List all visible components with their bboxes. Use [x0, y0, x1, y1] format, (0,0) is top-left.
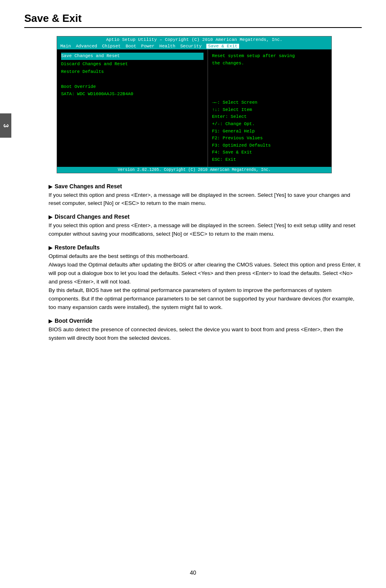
menu-power: Power [141, 44, 155, 49]
bios-screenshot: Aptio Setup Utility – Copyright (C) 2010… [57, 36, 332, 173]
section-discard-changes-reset: Discard Changes and Reset If you select … [24, 213, 362, 239]
menu-health: Health [159, 44, 176, 49]
section-boot-override-body: BIOS auto detect the presence of connect… [49, 326, 362, 343]
page-number: 40 [190, 569, 196, 576]
section-boot-override: Boot Override BIOS auto detect the prese… [24, 317, 362, 343]
bios-item-sata: SATA: WDC WD1600AAJS-22B4A0 [61, 91, 204, 98]
bios-titlebar: Aptio Setup Utility – Copyright (C) 2010… [57, 36, 331, 43]
menu-advanced: Advanced [76, 44, 97, 49]
bios-item-discard-reset: Discard Changes and Reset [61, 61, 204, 68]
bios-left-panel: Save Changes and Reset Discard Changes a… [57, 49, 208, 167]
section-restore-defaults-header: Restore Defaults [49, 244, 362, 251]
menu-security: Security [180, 44, 201, 49]
section-discard-changes-reset-body: If you select this option and press <Ent… [49, 222, 362, 239]
section-save-changes-reset-header: Save Changes and Reset [49, 183, 362, 190]
section-save-changes-reset-body: If you select this option and press <Ent… [49, 191, 362, 208]
section-restore-defaults-body: Optimal defaults are the best settings o… [49, 252, 362, 311]
bios-key-legend: →←: Select Screen ↑↓: Select Item Enter:… [212, 99, 327, 163]
menu-main: Main [60, 44, 71, 49]
bios-menubar: Main Advanced Chipset Boot Power Health … [57, 43, 331, 49]
section-save-changes-reset: Save Changes and Reset If you select thi… [24, 183, 362, 208]
bios-boot-override-label: Boot Override [61, 84, 96, 89]
bios-right-panel: Reset system setup after savingthe chang… [208, 49, 331, 167]
menu-chipset: Chipset [102, 44, 121, 49]
bios-item-save-reset: Save Changes and Reset [61, 53, 204, 60]
bios-item-restore-defaults: Restore Defaults [61, 68, 204, 76]
section-boot-override-header: Boot Override [49, 317, 362, 324]
menu-boot: Boot [125, 44, 136, 49]
page-title: Save & Exit [24, 12, 362, 28]
menu-save-exit: Save & Exit [206, 44, 239, 49]
bios-body: Save Changes and Reset Discard Changes a… [57, 49, 331, 167]
chapter-tab: 3 [0, 113, 11, 138]
section-restore-defaults: Restore Defaults Optimal defaults are th… [24, 244, 362, 311]
section-discard-changes-reset-header: Discard Changes and Reset [49, 213, 362, 220]
bios-footer: Version 2.02.1205. Copyright (C) 2010 Am… [57, 167, 331, 173]
bios-help-text: Reset system setup after savingthe chang… [212, 53, 327, 67]
